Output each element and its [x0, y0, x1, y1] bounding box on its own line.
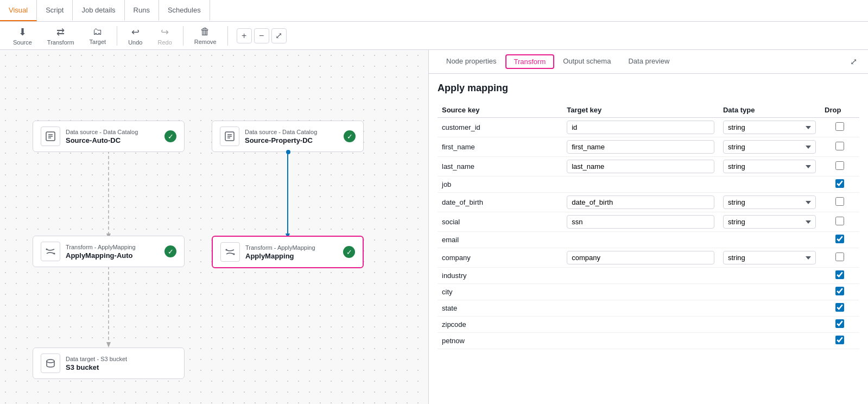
node-source-auto-dc-info: Data source - Data Catalog Source-Auto-D…	[66, 129, 159, 144]
drop-checkbox[interactable]	[835, 142, 844, 150]
drop-cell[interactable]	[820, 137, 859, 157]
data-type-cell[interactable]: stringintdoublebooleandatetimestamp	[719, 137, 820, 157]
drop-checkbox[interactable]	[835, 217, 844, 225]
target-icon: 🗂	[93, 26, 103, 37]
target-key-cell	[562, 284, 719, 300]
drop-checkbox[interactable]	[835, 235, 844, 243]
drop-cell[interactable]	[820, 300, 859, 317]
target-key-cell[interactable]	[562, 248, 719, 268]
data-type-select[interactable]: stringintdoublebooleandatetimestamp	[723, 140, 816, 154]
target-key-cell	[562, 268, 719, 284]
drop-cell[interactable]	[820, 268, 859, 284]
drop-checkbox[interactable]	[835, 303, 844, 312]
data-type-select[interactable]: stringintdoublebooleandatetimestamp	[723, 121, 816, 134]
drop-cell[interactable]	[820, 284, 859, 300]
table-row: email	[438, 232, 859, 248]
node-source-property-dc[interactable]: Data source - Data Catalog Source-Proper…	[212, 121, 364, 152]
target-key-input[interactable]	[567, 215, 714, 229]
source-button[interactable]: ⬇ Source	[7, 24, 39, 48]
node-applymapping[interactable]: Transform - ApplyMapping ApplyMapping	[212, 236, 364, 268]
tab-job-details[interactable]: Job details	[73, 0, 124, 21]
svg-point-12	[47, 359, 54, 363]
data-type-select[interactable]: stringintdoublebooleandatetimestamp	[723, 160, 816, 173]
tab-transform[interactable]: Transform	[505, 54, 555, 69]
data-type-cell[interactable]: stringintdoublebooleandatetimestamp	[719, 193, 820, 212]
drop-checkbox[interactable]	[835, 161, 844, 170]
drop-checkbox[interactable]	[835, 319, 844, 328]
zoom-out-button[interactable]: −	[254, 28, 269, 43]
data-type-cell[interactable]: stringintdoublebooleandatetimestamp	[719, 248, 820, 268]
node-s3-bucket[interactable]: Data target - S3 bucket S3 bucket	[33, 348, 185, 379]
table-row: job	[438, 176, 859, 193]
drop-cell[interactable]	[820, 333, 859, 349]
canvas[interactable]: Data source - Data Catalog Source-Auto-D…	[0, 50, 429, 404]
drop-cell[interactable]	[820, 118, 859, 137]
table-row: date_of_birthstringintdoublebooleandatet…	[438, 193, 859, 212]
remove-button[interactable]: 🗑 Remove	[188, 24, 223, 47]
undo-button[interactable]: ↩ Undo	[122, 24, 149, 48]
source-key-cell: social	[438, 212, 562, 232]
data-type-cell	[719, 317, 820, 333]
data-type-cell[interactable]: stringintdoublebooleandatetimestamp	[719, 212, 820, 232]
drop-checkbox[interactable]	[835, 179, 844, 188]
zoom-fit-button[interactable]: ⤢	[271, 28, 287, 43]
target-key-cell[interactable]	[562, 212, 719, 232]
target-button[interactable]: 🗂 Target	[83, 24, 113, 47]
target-key-cell[interactable]	[562, 118, 719, 137]
drop-checkbox[interactable]	[835, 287, 844, 295]
target-key-input[interactable]	[567, 251, 714, 264]
mapping-table: Source key Target key Data type Drop cus…	[438, 103, 859, 349]
target-key-input[interactable]	[567, 140, 714, 154]
target-key-cell[interactable]	[562, 137, 719, 157]
node-source-auto-dc[interactable]: Data source - Data Catalog Source-Auto-D…	[33, 121, 185, 152]
target-key-input[interactable]	[567, 195, 714, 209]
svg-point-10	[46, 249, 48, 250]
source-key-cell: customer_id	[438, 118, 562, 137]
drop-checkbox[interactable]	[835, 270, 844, 279]
expand-button[interactable]: ⤢	[848, 50, 859, 73]
source-key-cell: zipcode	[438, 317, 562, 333]
transform-button[interactable]: ⇄ Transform	[41, 24, 81, 48]
tab-runs[interactable]: Runs	[125, 0, 159, 21]
drop-checkbox[interactable]	[835, 122, 844, 131]
drop-checkbox[interactable]	[835, 336, 844, 344]
target-key-input[interactable]	[567, 160, 714, 173]
drop-cell[interactable]	[820, 193, 859, 212]
data-type-select[interactable]: stringintdoublebooleandatetimestamp	[723, 251, 816, 264]
source-key-cell: first_name	[438, 137, 562, 157]
target-key-input[interactable]	[567, 121, 714, 134]
drop-checkbox[interactable]	[835, 252, 844, 261]
drop-cell[interactable]	[820, 248, 859, 268]
tab-schedules[interactable]: Schedules	[159, 0, 210, 21]
zoom-in-button[interactable]: +	[237, 28, 252, 43]
target-key-cell[interactable]	[562, 193, 719, 212]
tab-data-preview[interactable]: Data preview	[619, 50, 678, 73]
data-type-cell	[719, 232, 820, 248]
drop-cell[interactable]	[820, 157, 859, 176]
table-row: last_namestringintdoublebooleandatetimes…	[438, 157, 859, 176]
drop-cell[interactable]	[820, 212, 859, 232]
data-type-cell[interactable]: stringintdoublebooleandatetimestamp	[719, 157, 820, 176]
target-key-cell[interactable]	[562, 157, 719, 176]
tab-script[interactable]: Script	[37, 0, 73, 21]
redo-button[interactable]: ↪ Redo	[151, 24, 178, 48]
data-type-select[interactable]: stringintdoublebooleandatetimestamp	[723, 195, 816, 209]
node-applymapping-auto-status	[164, 245, 176, 257]
data-type-cell[interactable]: stringintdoublebooleandatetimestamp	[719, 118, 820, 137]
node-applymapping-info: Transform - ApplyMapping ApplyMapping	[245, 244, 338, 260]
remove-icon: 🗑	[200, 26, 210, 37]
drop-checkbox[interactable]	[835, 197, 844, 206]
zoom-fit-icon: ⤢	[275, 30, 282, 41]
node-applymapping-auto-check	[168, 248, 174, 256]
table-row: socialstringintdoublebooleandatetimestam…	[438, 212, 859, 232]
data-type-select[interactable]: stringintdoublebooleandatetimestamp	[723, 215, 816, 229]
node-source-auto-dc-status	[164, 130, 176, 142]
node-applymapping-auto[interactable]: Transform - ApplyMapping ApplyMapping-Au…	[33, 236, 185, 267]
tab-node-properties[interactable]: Node properties	[438, 50, 505, 73]
table-row: state	[438, 300, 859, 317]
tab-output-schema[interactable]: Output schema	[554, 50, 619, 73]
drop-cell[interactable]	[820, 176, 859, 193]
drop-cell[interactable]	[820, 232, 859, 248]
drop-cell[interactable]	[820, 317, 859, 333]
tab-visual[interactable]: Visual	[0, 0, 37, 21]
